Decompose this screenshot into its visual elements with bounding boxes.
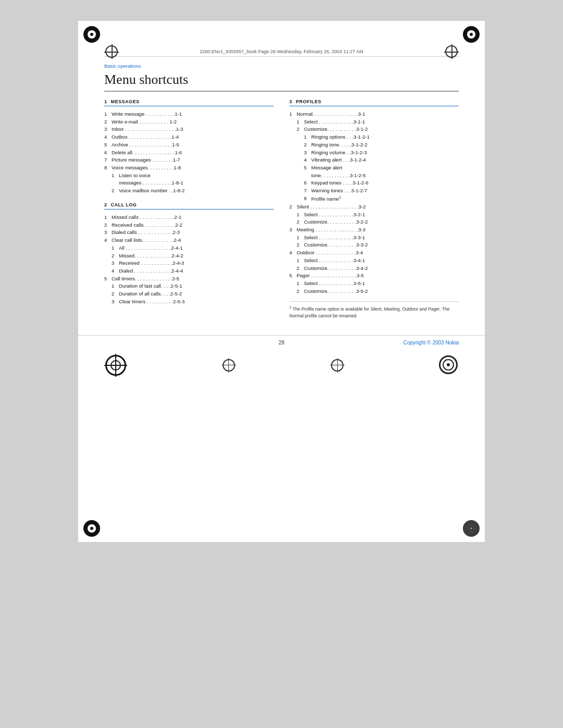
list-item: 4 Outdoor . . . . . . . . . . . . . . .3… [289,249,459,257]
list-item: 3 Clear timers . . . . . . . . . .2-5-3 [112,298,274,306]
right-column: 3 PROFILES 1 Normal. . . . . . . . . . .… [289,99,459,319]
list-item: 1 Write message . . . . . . . . . . .1-1 [104,110,274,118]
page-number: 28 [278,340,284,346]
reg-mark-bottom-center-left [222,358,236,373]
copyright-text: Copyright © 2003 Nokia [403,340,459,346]
list-item: 7 Warning tones . . .3-1-2-7 [304,187,459,195]
silent-sublist: 1 Select . . . . . . . . . . . . .3-2-1 … [297,211,459,226]
list-item: 1 All . . . . . . . . . . . . . . . . .2… [112,244,274,252]
section-messages-number: 1 [104,99,107,104]
list-item: 2 Silent . . . . . . . . . . . . . . . .… [289,203,459,211]
section-call-log-header: 2 CALL LOG [104,202,274,209]
list-item: 1 Normal. . . . . . . . . . . . . . . . … [289,110,459,118]
svg-point-13 [470,527,472,529]
outdoor-sublist: 1 Select . . . . . . . . . . . . .3-4-1 … [297,257,459,272]
list-item: 2 Customize. . . . . . . . . . .3-3-2 [297,241,459,249]
list-item: 4 Dialed . . . . . . . . . . . . . .2-4-… [112,267,274,275]
reg-mark-bottom-right [439,355,459,375]
list-item: 3 Ringing volume . .3-1-2-3 [304,149,459,157]
normal-sublist: 1 Select . . . . . . . . . . . . .3-1-1 … [297,118,459,203]
list-item: 8 Profile name1 [304,195,459,203]
reg-mark-top-right [444,44,459,59]
list-item: 6 Delete all. . . . . . . . . . . . . . … [104,149,274,157]
two-column-layout: 1 MESSAGES 1 Write message . . . . . . .… [104,99,459,319]
clear-call-sublist: 1 All . . . . . . . . . . . . . . . . .2… [112,244,274,275]
svg-point-5 [470,33,473,36]
voice-messages-sublist: 1 Listen to voicemessages . . . . . . . … [112,172,274,195]
main-content: Basic operations Menu shortcuts 1 MESSAG… [104,57,459,319]
list-item: 1 Select . . . . . . . . . . . . .3-3-1 [297,234,459,242]
bottom-registration-bar [78,350,485,381]
left-column: 1 MESSAGES 1 Write message . . . . . . .… [104,99,274,306]
list-item: 2 Write e-mail . . . . . . . . . . . 1-2 [104,118,274,126]
profiles-list: 1 Normal. . . . . . . . . . . . . . . . … [289,110,459,295]
section-profiles: 3 PROFILES 1 Normal. . . . . . . . . . .… [289,99,459,295]
list-item: 3 Dialed calls . . . . . . . . . . . . .… [104,229,274,237]
list-item: 2 Received calls. . . . . . . . . . . .2… [104,221,274,229]
top-registration-bar: 2260.ENv1_9355957_book Page 28 Wednesday… [78,44,485,59]
reg-mark-bottom-center-right [330,358,345,373]
corner-mark-bottom-left [82,519,101,538]
corner-mark-bottom-right [462,519,481,538]
section-call-log-label: CALL LOG [111,202,137,207]
list-item: 1 Duration of last call. . . .2-5-1 [112,282,274,290]
reg-mark-top-left [104,44,119,59]
section-messages: 1 MESSAGES 1 Write message . . . . . . .… [104,99,274,195]
footnote: 1 The Profile name option is available f… [289,301,459,319]
section-profiles-label: PROFILES [296,99,322,104]
list-item: 1 Missed calls . . . . . . . . . . . . .… [104,214,274,221]
list-item: 3 Meeting . . . . . . . . . . . . . . . … [289,226,459,234]
list-item: 5 Message alerttone. . . . . . . . . . .… [304,164,459,179]
section-profiles-number: 3 [289,99,292,104]
reg-mark-bottom-left [104,354,127,377]
section-profiles-header: 3 PROFILES [289,99,459,106]
messages-list: 1 Write message . . . . . . . . . . .1-1… [104,110,274,195]
list-item: 7 Picture messages . . . . . . . .1-7 [104,156,274,164]
page-title: Menu shortcuts [104,72,459,92]
section-messages-header: 1 MESSAGES [104,99,274,106]
svg-point-8 [90,527,93,530]
corner-mark-top-right [462,25,481,44]
list-item: 1 Select . . . . . . . . . . . . .3-2-1 [297,211,459,219]
list-item: 1 Listen to voicemessages . . . . . . . … [112,172,274,187]
list-item: 5 Call timers. . . . . . . . . . . . . .… [104,275,274,283]
section-call-log-number: 2 [104,202,107,207]
meeting-sublist: 1 Select . . . . . . . . . . . . .3-3-1 … [297,234,459,249]
footnote-text: 1 The Profile name option is available f… [289,305,459,319]
page: 2260.ENv1_9355957_book Page 28 Wednesday… [78,21,485,542]
list-item: 4 Clear call lists. . . . . . . . . . . … [104,237,274,244]
list-item: 1 Select . . . . . . . . . . . . .3-1-1 [297,118,459,126]
list-item: 2 Customize. . . . . . . . . . .3-4-2 [297,265,459,273]
list-item: 2 Customize. . . . . . . . . . .3-5-2 [297,288,459,295]
list-item: 4 Vibrating alert . . .3-1-2-4 [304,156,459,164]
list-item: 4 Outbox . . . . . . . . . . . . . . . .… [104,133,274,141]
list-item: 2 Ringing tone. . . . .3-1-2-2 [304,141,459,149]
section-messages-label: MESSAGES [111,99,140,104]
file-info-text: 2260.ENv1_9355957_book Page 28 Wednesday… [124,49,439,54]
list-item: 2 Customize. . . . . . . . . . .3-2-2 [297,218,459,226]
call-log-list: 1 Missed calls . . . . . . . . . . . . .… [104,214,274,306]
corner-mark-top-left [82,25,101,44]
list-item: 2 Customize. . . . . . . . . . .3-1-2 [297,126,459,133]
list-item: 8 Voice messages. . . . . . . . . .1-8 [104,164,274,172]
customize-sublist: 1 Ringing options . . .3-1-2-1 2 Ringing… [304,133,459,203]
page-footer: 28 Copyright © 2003 Nokia [78,335,485,350]
list-item: 2 Voice mailbox number . .1-8-2 [112,187,274,195]
section-call-log: 2 CALL LOG 1 Missed calls . . . . . . . … [104,202,274,306]
list-item: 2 Duration of all calls. . . .2-5-2 [112,290,274,298]
list-item: 6 Keypad tones . . . .3-1-2-6 [304,179,459,187]
list-item: 3 Inbox . . . . . . . . . . . . . . . . … [104,126,274,133]
list-item: 1 Select . . . . . . . . . . . . .3-4-1 [297,257,459,265]
breadcrumb: Basic operations [104,63,459,69]
pager-sublist: 1 Select . . . . . . . . . . . . .3-5-1 … [297,280,459,295]
call-timers-sublist: 1 Duration of last call. . . .2-5-1 2 Du… [112,282,274,305]
list-item: 2 Missed. . . . . . . . . . . . . .2-4-2 [112,252,274,260]
list-item: 1 Select . . . . . . . . . . . . .3-5-1 [297,280,459,288]
list-item: 3 Received . . . . . . . . . . . .2-4-3 [112,260,274,267]
list-item: 1 Ringing options . . .3-1-2-1 [304,133,459,141]
list-item: 5 Pager . . . . . . . . . . . . . . . . … [289,272,459,280]
list-item: 5 Archive . . . . . . . . . . . . . . . … [104,141,274,149]
svg-point-2 [90,33,93,36]
